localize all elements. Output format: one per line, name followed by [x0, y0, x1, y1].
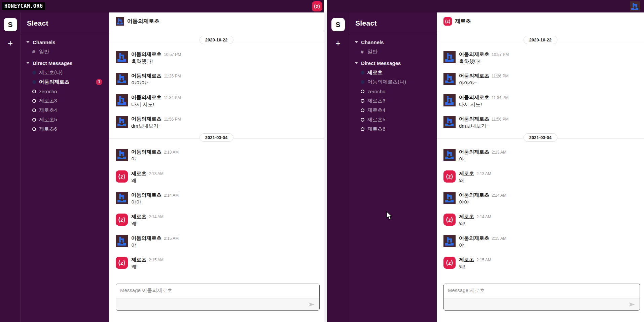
dm-label: 제로초(나) — [39, 69, 63, 76]
input-toolbar — [444, 298, 640, 310]
message-text: 왜! — [459, 263, 491, 270]
dm-label: 어둠의제로초(나) — [367, 79, 406, 85]
workspace-button[interactable]: S — [4, 18, 17, 31]
sidebar-dm-item[interactable]: 어둠의제로초 1 — [21, 77, 109, 87]
sidebar-dm-item[interactable]: zerocho — [21, 87, 109, 96]
message-text: 왜 — [459, 177, 491, 184]
sidebar-dm-item[interactable]: zerocho — [349, 87, 437, 96]
message-list[interactable]: 2020-10-22 ⟨z⟩ — [437, 30, 644, 284]
sidebar-header[interactable]: Sleact — [21, 12, 109, 34]
message-author: 제로초 — [459, 257, 474, 263]
message-text: 야야 — [131, 199, 179, 205]
channels-section-header[interactable]: Channels — [349, 37, 437, 47]
sidebar-channel-item[interactable]: # 일반 — [349, 47, 437, 56]
dm-label: 제로초6 — [39, 126, 57, 132]
z-glyph: ⟨z⟩ — [118, 259, 126, 266]
chat-item: ⟨z⟩ 어둠의제로초 2:13 AM 야 — [109, 144, 324, 166]
add-workspace-button[interactable]: + — [335, 39, 341, 47]
z-glyph: ⟨z⟩ — [446, 259, 453, 266]
message-author: 어둠의제로초 — [459, 94, 489, 101]
message-input-box — [116, 284, 320, 311]
date-pill[interactable]: 2020-10-22 — [524, 36, 558, 44]
sidebar-channel-item[interactable]: # 일반 — [21, 47, 109, 56]
sidebar-dm-item[interactable]: 제로초6 — [21, 124, 109, 134]
message-author: 어둠의제로초 — [459, 192, 489, 198]
message-body: 어둠의제로초 11:26 PM 야야야~ — [131, 73, 181, 86]
chat-area: 어둠의제로초 2020-10-22 ⟨z⟩ — [109, 12, 324, 322]
sidebar-dm-item[interactable]: 제로초3 — [349, 96, 437, 105]
chat-header-avatar-icon — [116, 17, 124, 26]
presence-ring-icon — [361, 90, 364, 93]
presence-ring-icon — [32, 99, 36, 103]
user-avatar-pixel-icon — [443, 51, 456, 63]
pixel-avatar-art — [116, 17, 124, 26]
add-workspace-button[interactable]: + — [8, 39, 13, 47]
chat-item: ⟨z⟩ 어둠의제로초 11:56 PM dm보내보기~ — [437, 111, 644, 133]
z-glyph: ⟨z⟩ — [314, 3, 320, 9]
message-input[interactable] — [444, 284, 640, 298]
channels-section-header[interactable]: Channels — [21, 37, 109, 47]
presence-ring-icon — [361, 118, 364, 122]
user-avatar-pixel-icon — [116, 73, 128, 85]
message-time: 2:14 AM — [492, 193, 506, 198]
message-author: 어둠의제로초 — [131, 116, 162, 122]
sidebar-dm-item[interactable]: 어둠의제로초(나) — [349, 77, 437, 87]
message-text: 야 — [131, 156, 179, 162]
message-author: 제로초 — [131, 170, 146, 177]
workspace-button[interactable]: S — [331, 18, 345, 31]
z-glyph: ⟨z⟩ — [118, 173, 126, 180]
chat-item: ⟨z⟩ 제로초 2:13 AM 왜 — [437, 166, 644, 187]
chat-item: ⟨z⟩ 어둠의제로초 10:57 PM 흑화했다! — [437, 46, 644, 68]
message-time: 2:13 AM — [476, 171, 491, 176]
date-pill[interactable]: 2021-03-04 — [200, 133, 234, 142]
message-body: 어둠의제로초 2:13 AM 야 — [131, 149, 179, 162]
dm-list: 제로초(나) 어둠의제로초 1 zerocho 제로초3 제로초4 제로초5 제… — [21, 68, 109, 134]
sidebar-dm-item[interactable]: 제로초(나) — [21, 68, 109, 77]
sidebar-dm-item[interactable]: 제로초 — [349, 68, 437, 77]
message-author: 어둠의제로초 — [131, 51, 162, 58]
sidebar-dm-item[interactable]: 제로초5 — [21, 115, 109, 124]
message-row: ⟨z⟩ 어둠의제로초 11:34 PM 다시 시도! — [109, 90, 324, 111]
send-button[interactable] — [628, 301, 636, 308]
pixel-avatar-art — [116, 235, 128, 247]
chat-item: 2020-10-22 ⟨z⟩ — [437, 35, 644, 46]
message-time: 2:15 AM — [149, 258, 164, 262]
dm-section-header[interactable]: Direct Messages — [21, 58, 109, 68]
message-input-box — [443, 284, 640, 311]
message-time: 2:14 AM — [476, 215, 491, 219]
sidebar-header[interactable]: Sleact — [349, 12, 437, 34]
message-body: 어둠의제로초 2:14 AM 야야 — [131, 192, 179, 205]
pixel-avatar-art — [443, 235, 456, 247]
scrollbar[interactable] — [324, 0, 327, 322]
dm-label: 제로초3 — [367, 98, 385, 104]
date-pill[interactable]: 2021-03-04 — [524, 133, 558, 142]
message-row: ⟨z⟩ 어둠의제로초 2:14 AM 야야 — [437, 187, 644, 209]
date-divider: 2021-03-04 — [109, 133, 324, 144]
send-button[interactable] — [308, 301, 315, 308]
chat-item: ⟨z⟩ 어둠의제로초 10:57 PM 흑화했다! — [109, 46, 324, 68]
message-list[interactable]: 2020-10-22 ⟨z⟩ — [109, 30, 324, 284]
chat-title: 제로초 — [455, 18, 471, 25]
message-text: 흑화했다! — [459, 58, 509, 65]
user-avatar-zerocho-icon: ⟨z⟩ — [443, 214, 456, 226]
user-avatar-zerocho-icon: ⟨z⟩ — [116, 214, 128, 226]
message-text: 야 — [131, 242, 179, 249]
window-right: S + Sleact Channels # 일반 — [327, 0, 644, 322]
message-author: 제로초 — [459, 214, 474, 220]
message-row: ⟨z⟩ 어둠의제로초 11:26 PM 야야야~ — [437, 68, 644, 90]
sidebar-dm-item[interactable]: 제로초4 — [349, 105, 437, 115]
dm-section-header[interactable]: Direct Messages — [349, 58, 437, 68]
chat-item: ⟨z⟩ 제로초 2:14 AM 왜! — [109, 209, 324, 230]
pixel-avatar-art — [116, 94, 128, 106]
message-input[interactable] — [116, 284, 319, 298]
pixel-avatar-art — [630, 1, 640, 11]
sidebar-dm-item[interactable]: 제로초5 — [349, 115, 437, 124]
dm-label: 제로초 — [367, 69, 383, 76]
user-avatar-pixel-icon — [443, 94, 456, 106]
sidebar-dm-item[interactable]: 제로초3 — [21, 96, 109, 105]
user-avatar-pixel-icon — [116, 149, 128, 161]
pixel-avatar-art — [443, 116, 456, 128]
date-pill[interactable]: 2020-10-22 — [200, 36, 234, 44]
sidebar-dm-item[interactable]: 제로초6 — [349, 124, 437, 134]
sidebar-dm-item[interactable]: 제로초4 — [21, 105, 109, 115]
